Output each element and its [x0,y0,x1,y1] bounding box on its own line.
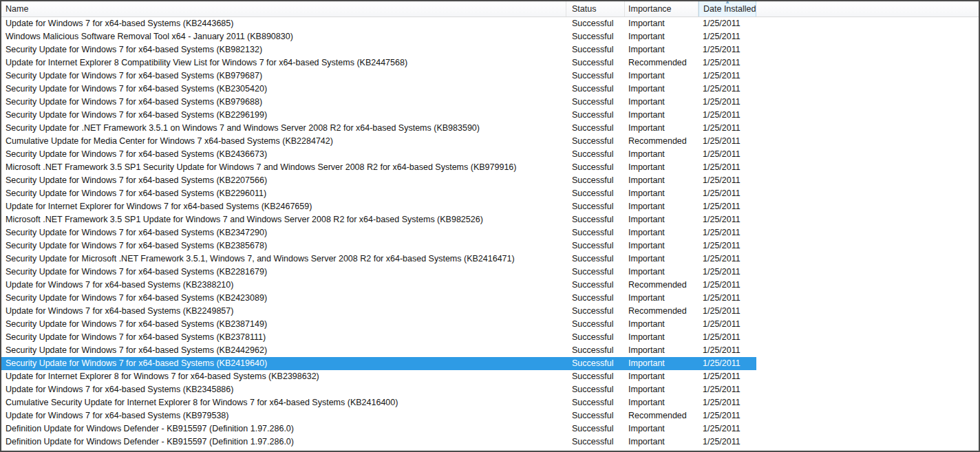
table-row[interactable]: Security Update for Microsoft .NET Frame… [1,252,979,266]
date-installed-cell: 1/25/2011 [699,279,756,292]
date-installed-cell: 1/25/2011 [699,135,756,148]
table-row[interactable]: Security Update for Windows 7 for x64-ba… [1,109,979,122]
status-cell: Successful [566,83,625,96]
table-row[interactable]: Update for Internet Explorer for Windows… [1,200,979,213]
table-row[interactable]: Microsoft .NET Framework 3.5 SP1 Securit… [1,161,979,174]
status-cell: Successful [566,56,625,69]
date-installed-cell: 1/25/2011 [699,17,756,30]
date-installed-cell: 1/25/2011 [699,266,756,279]
table-row-inner: Update for Internet Explorer 8 for Windo… [1,370,756,383]
date-installed-cell: 1/25/2011 [699,383,756,396]
table-row[interactable]: Security Update for Windows 7 for x64-ba… [1,292,979,305]
importance-cell: Important [625,422,699,435]
sort-arrow-icon: ▲ [725,1,730,5]
table-row[interactable]: Definition Update for Windows Defender -… [1,435,979,449]
table-row-inner: Update for Windows 7 for x64-based Syste… [1,17,756,30]
table-row[interactable]: Update for Windows 7 for x64-based Syste… [1,17,979,30]
date-installed-cell: 1/25/2011 [699,344,756,357]
status-cell: Successful [566,422,625,435]
column-header-filler [756,1,979,17]
importance-cell: Important [625,292,699,305]
table-row[interactable]: Security Update for Windows 7 for x64-ba… [1,148,979,161]
table-row[interactable]: Security Update for Windows 7 for x64-ba… [1,96,979,109]
table-row-inner: Security Update for Windows 7 for x64-ba… [1,69,756,83]
update-list: Update for Windows 7 for x64-based Syste… [1,17,979,449]
table-row[interactable]: Security Update for Windows 7 for x64-ba… [1,344,979,357]
date-installed-cell: 1/25/2011 [699,292,756,305]
table-row[interactable]: Update for Windows 7 for x64-based Syste… [1,383,979,396]
update-name-cell: Update for Internet Explorer 8 for Windo… [1,370,566,383]
table-row-inner: Security Update for Windows 7 for x64-ba… [1,318,756,331]
status-cell: Successful [566,226,625,239]
update-name-cell: Security Update for Windows 7 for x64-ba… [1,83,566,96]
table-row[interactable]: Security Update for Windows 7 for x64-ba… [1,43,979,56]
table-row-inner: Update for Windows 7 for x64-based Syste… [1,279,756,292]
table-row-inner: Definition Update for Windows Defender -… [1,435,756,449]
importance-cell: Important [625,266,699,279]
table-row[interactable]: Update for Windows 7 for x64-based Syste… [1,409,979,422]
importance-cell: Important [625,396,699,409]
importance-cell: Important [625,148,699,161]
table-row[interactable]: Update for Windows 7 for x64-based Syste… [1,305,979,318]
status-cell: Successful [566,109,625,122]
table-row[interactable]: Security Update for Windows 7 for x64-ba… [1,226,979,239]
table-row-inner: Security Update for Windows 7 for x64-ba… [1,239,756,252]
table-row[interactable]: Security Update for Windows 7 for x64-ba… [1,187,979,200]
importance-cell: Important [625,161,699,174]
table-row[interactable]: Security Update for Windows 7 for x64-ba… [1,239,979,252]
importance-cell: Important [625,122,699,135]
status-cell: Successful [566,187,625,200]
status-cell: Successful [566,435,625,449]
table-row[interactable]: Security Update for Windows 7 for x64-ba… [1,266,979,279]
table-row[interactable]: Cumulative Security Update for Internet … [1,396,979,409]
table-row-inner: Security Update for Windows 7 for x64-ba… [1,292,756,305]
status-cell: Successful [566,344,625,357]
update-name-cell: Security Update for Windows 7 for x64-ba… [1,292,566,305]
date-installed-cell: 1/25/2011 [699,69,756,83]
table-row-selected[interactable]: Security Update for Windows 7 for x64-ba… [1,357,979,370]
column-header-name[interactable]: Name [1,1,566,17]
table-row[interactable]: Update for Internet Explorer 8 Compatibi… [1,56,979,69]
date-installed-cell: 1/25/2011 [699,43,756,56]
update-name-cell: Security Update for Windows 7 for x64-ba… [1,174,566,187]
status-cell: Successful [566,200,625,213]
date-installed-cell: 1/25/2011 [699,370,756,383]
table-row[interactable]: Security Update for Windows 7 for x64-ba… [1,83,979,96]
update-name-cell: Cumulative Update for Media Center for W… [1,135,566,148]
status-cell: Successful [566,279,625,292]
date-installed-cell: 1/25/2011 [699,83,756,96]
table-row[interactable]: Security Update for Windows 7 for x64-ba… [1,174,979,187]
table-row[interactable]: Definition Update for Windows Defender -… [1,422,979,435]
importance-cell: Important [625,96,699,109]
status-cell: Successful [566,213,625,226]
table-row[interactable]: Update for Internet Explorer 8 for Windo… [1,370,979,383]
table-row-inner: Update for Windows 7 for x64-based Syste… [1,305,756,318]
date-installed-cell: 1/25/2011 [699,148,756,161]
update-name-cell: Security Update for Windows 7 for x64-ba… [1,318,566,331]
update-name-cell: Security Update for Microsoft .NET Frame… [1,252,566,266]
table-row[interactable]: Windows Malicious Software Removal Tool … [1,30,979,43]
status-cell: Successful [566,305,625,318]
table-row[interactable]: Security Update for Windows 7 for x64-ba… [1,69,979,83]
date-installed-cell: 1/25/2011 [699,56,756,69]
column-header-status[interactable]: Status [566,1,625,17]
column-header-date-installed-label: Date Installed [703,4,756,14]
table-row[interactable]: Security Update for Windows 7 for x64-ba… [1,318,979,331]
table-row-inner: Security Update for Windows 7 for x64-ba… [1,43,756,56]
column-header-importance[interactable]: Importance [625,1,699,17]
table-row[interactable]: Update for Windows 7 for x64-based Syste… [1,279,979,292]
table-row[interactable]: Cumulative Update for Media Center for W… [1,135,979,148]
importance-cell: Important [625,252,699,266]
update-name-cell: Update for Windows 7 for x64-based Syste… [1,383,566,396]
importance-cell: Important [625,331,699,344]
table-row[interactable]: Security Update for .NET Framework 3.5.1… [1,122,979,135]
importance-cell: Important [625,213,699,226]
table-row[interactable]: Microsoft .NET Framework 3.5 SP1 Update … [1,213,979,226]
column-header-date-installed[interactable]: ▲Date Installed [699,1,756,17]
table-row-inner: Security Update for Windows 7 for x64-ba… [1,83,756,96]
date-installed-cell: 1/25/2011 [699,109,756,122]
table-row[interactable]: Security Update for Windows 7 for x64-ba… [1,331,979,344]
status-cell: Successful [566,161,625,174]
update-name-cell: Security Update for Windows 7 for x64-ba… [1,226,566,239]
status-cell: Successful [566,17,625,30]
